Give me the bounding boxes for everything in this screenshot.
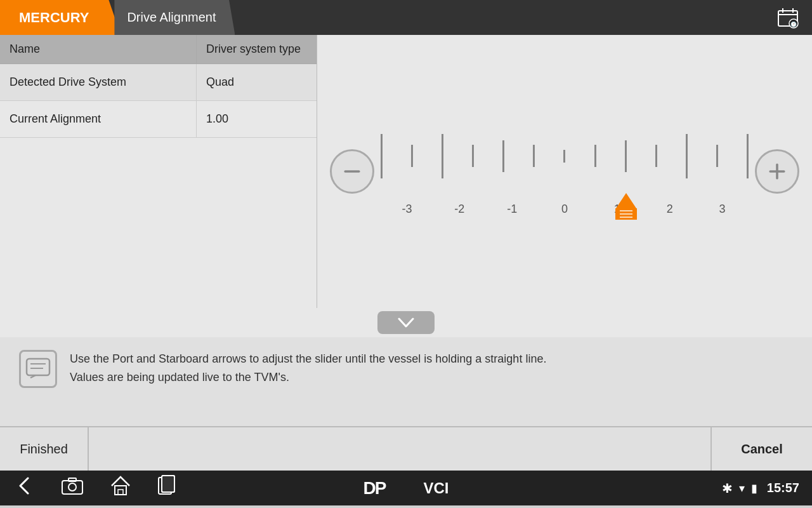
slider-container: -3 -2 -1 0 1 2 3 xyxy=(330,124,799,219)
dp-icon[interactable]: DP xyxy=(363,478,386,498)
bluetooth-icon: ✱ xyxy=(722,481,733,496)
label-plus2: 2 xyxy=(643,203,696,216)
decrease-button[interactable] xyxy=(330,149,374,194)
tick-mid3 xyxy=(533,145,535,167)
copy-icon[interactable] xyxy=(157,474,176,502)
current-alignment-value: 1.00 xyxy=(197,101,238,137)
bottom-buttons: Finished Cancel xyxy=(0,426,812,471)
label-minus1: -1 xyxy=(486,203,539,216)
main-content: Name Driver system type Detected Drive S… xyxy=(0,35,812,308)
data-table: Name Driver system type Detected Drive S… xyxy=(0,35,317,308)
tick-plus1 xyxy=(625,140,627,172)
taskbar: DP VCI ✱ ▾ ▮ 15:57 xyxy=(0,471,812,505)
back-icon[interactable] xyxy=(13,474,36,502)
tick-plus3 xyxy=(747,134,749,178)
brand-label: MERCURY xyxy=(0,0,121,35)
taskbar-right: ✱ ▾ ▮ 15:57 xyxy=(722,481,799,496)
tick-mid5 xyxy=(655,145,657,167)
col-name-header: Name xyxy=(0,35,197,64)
info-line2: Values are being updated live to the TVM… xyxy=(70,368,546,387)
current-alignment-label: Current Alignment xyxy=(0,101,197,137)
tick-mid1 xyxy=(411,145,413,167)
svg-text:🕐: 🕐 xyxy=(790,21,797,27)
page-title: Drive Alignment xyxy=(114,0,235,35)
tick-minus3 xyxy=(381,134,383,178)
tick-minus2 xyxy=(442,134,443,178)
button-spacer xyxy=(89,427,710,471)
battery-icon: ▮ xyxy=(751,481,757,495)
table-row: Current Alignment 1.00 xyxy=(0,101,317,138)
signal-icon: ▾ xyxy=(739,481,745,495)
info-text: Use the Port and Starboard arrows to adj… xyxy=(70,350,546,387)
info-line1: Use the Port and Starboard arrows to adj… xyxy=(70,350,546,368)
svg-rect-9 xyxy=(27,359,49,375)
calendar-icon: 🕐 xyxy=(776,0,812,35)
label-plus3: 3 xyxy=(696,203,749,216)
track-relative xyxy=(381,124,749,188)
taskbar-center: DP VCI xyxy=(363,478,449,498)
table-header: Name Driver system type xyxy=(0,35,317,64)
tick-zero xyxy=(563,150,565,163)
info-section: Use the Port and Starboard arrows to adj… xyxy=(0,337,812,426)
increase-button[interactable] xyxy=(755,149,799,194)
chevron-row xyxy=(0,308,812,337)
svg-rect-15 xyxy=(69,478,76,481)
slider-area: -3 -2 -1 0 1 2 3 xyxy=(317,35,812,308)
label-minus3: -3 xyxy=(381,203,433,216)
vci-icon[interactable]: VCI xyxy=(423,479,449,497)
camera-icon[interactable] xyxy=(61,476,84,500)
home-icon[interactable] xyxy=(109,474,132,502)
tick-mid4 xyxy=(594,145,596,167)
svg-rect-19 xyxy=(162,476,174,492)
tick-marks xyxy=(381,124,749,188)
tick-mid2 xyxy=(472,145,474,167)
svg-point-14 xyxy=(69,483,76,491)
svg-rect-17 xyxy=(118,490,123,495)
clock-display: 15:57 xyxy=(767,481,799,495)
tick-minus1 xyxy=(502,140,504,172)
cancel-button[interactable]: Cancel xyxy=(710,427,812,471)
slider-track-wrapper: -3 -2 -1 0 1 2 3 xyxy=(381,124,749,219)
slider-labels: -3 -2 -1 0 1 2 3 xyxy=(381,199,749,219)
detected-drive-value: Quad xyxy=(197,64,244,100)
slider-indicator xyxy=(615,193,637,220)
table-row: Detected Drive System Quad xyxy=(0,64,317,101)
finished-button[interactable]: Finished xyxy=(0,427,89,471)
label-minus2: -2 xyxy=(433,203,486,216)
tick-mid6 xyxy=(716,145,718,167)
message-icon xyxy=(19,350,57,388)
tick-plus2 xyxy=(686,134,688,178)
detected-drive-label: Detected Drive System xyxy=(0,64,197,100)
taskbar-left xyxy=(13,474,176,502)
chevron-down-button[interactable] xyxy=(377,311,435,334)
col-type-header: Driver system type xyxy=(197,35,310,64)
label-zero: 0 xyxy=(539,203,591,216)
svg-rect-16 xyxy=(115,486,126,495)
header: MERCURY Drive Alignment 🕐 xyxy=(0,0,812,35)
